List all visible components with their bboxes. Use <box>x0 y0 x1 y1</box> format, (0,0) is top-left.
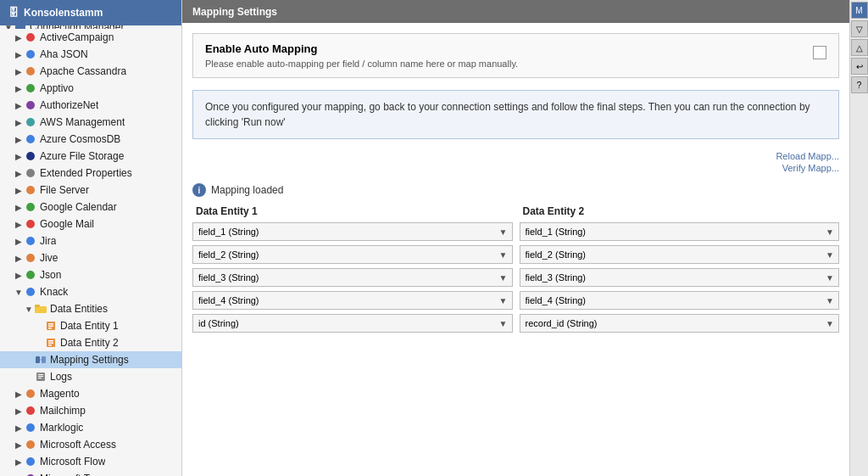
sidebar-item-apptivo[interactable]: ▶Apptivo <box>0 80 181 97</box>
tree-arrow: ▶ <box>14 457 24 467</box>
sidebar-item-mapping-settings[interactable]: Mapping Settings <box>0 351 181 368</box>
mapping-row-3-entity2-select[interactable]: field_3 (String) <box>520 268 840 287</box>
tree-arrow: ▶ <box>14 135 24 144</box>
sidebar-item-knack[interactable]: ▼Knack <box>0 283 181 300</box>
sidebar-item-aha-json[interactable]: ▶Aha JSON <box>0 46 181 63</box>
sidebar-item-data-entities[interactable]: ▼Data Entities <box>0 300 181 317</box>
mapping-row-2-entity2-select[interactable]: field_2 (String) <box>520 245 840 264</box>
sidebar: 🗄 Konsolenstamm ▼ Connection Manager ▶Ac… <box>0 0 182 476</box>
sidebar-item-extended-properties[interactable]: ▶Extended Properties <box>0 165 181 182</box>
main-content: Enable Auto Mapping Please enable auto-m… <box>182 23 849 476</box>
mapping-row-5-entity2-select[interactable]: record_id (String) <box>520 314 840 333</box>
marklogic-label: Marklogic <box>40 422 83 434</box>
apache-cassandra-icon <box>24 64 37 78</box>
jira-icon <box>24 234 37 248</box>
sidebar-item-google-mail[interactable]: ▶Google Mail <box>0 216 181 232</box>
google-calendar-icon <box>24 200 37 214</box>
auto-mapping-checkbox-container[interactable] <box>813 42 826 59</box>
apptivo-label: Apptivo <box>40 82 74 94</box>
aws-management-label: AWS Management <box>40 116 125 128</box>
svg-point-3 <box>26 50 35 59</box>
tree-arrow: ▶ <box>14 389 24 399</box>
mapping-row-4-entity1-select[interactable]: field_4 (String) <box>192 291 513 310</box>
konsolenstamm-icon: 🗄 <box>8 7 19 19</box>
sidebar-item-logs[interactable]: Logs <box>0 368 181 385</box>
right-panel: M ▽ △ ↩ ? <box>849 0 868 476</box>
entity1-header: Data Entity 1 <box>192 205 513 217</box>
svg-point-15 <box>26 254 35 262</box>
svg-point-5 <box>26 84 35 92</box>
reload-mapping-link[interactable]: Reload Mapp... <box>776 151 839 161</box>
sidebar-item-file-server[interactable]: ▶File Server <box>0 182 181 199</box>
mapping-row-1-entity2-wrapper: field_1 (String)▼ <box>520 222 840 241</box>
svg-point-6 <box>26 101 35 109</box>
sidebar-item-authorizenet[interactable]: ▶AuthorizeNet <box>0 97 181 114</box>
mapping-table-header: Data Entity 1 Data Entity 2 <box>192 205 839 217</box>
sidebar-item-jive[interactable]: ▶Jive <box>0 249 181 266</box>
sidebar-item-apache-cassandra[interactable]: ▶Apache Cassandra <box>0 63 181 80</box>
sidebar-item-jira[interactable]: ▶Jira <box>0 232 181 249</box>
mapping-row-3-entity1-select[interactable]: field_3 (String) <box>192 268 513 287</box>
sidebar-item-data-entity-1[interactable]: Data Entity 1 <box>0 317 181 334</box>
mapping-row-2-entity2-wrapper: field_2 (String)▼ <box>520 245 840 264</box>
auto-mapping-text: Enable Auto Mapping Please enable auto-m… <box>205 42 518 69</box>
right-btn-up[interactable]: △ <box>851 39 868 56</box>
svg-point-10 <box>26 169 35 177</box>
mapping-row-1-entity2-select[interactable]: field_1 (String) <box>520 222 840 241</box>
right-btn-down[interactable]: ▽ <box>851 20 868 37</box>
svg-point-35 <box>26 389 35 398</box>
mapping-row-1-entity1-select[interactable]: field_1 (String) <box>192 222 513 241</box>
tree-arrow: ▶ <box>14 440 24 450</box>
mapping-row-5-entity2-wrapper: record_id (String)▼ <box>520 314 840 333</box>
tree-arrow: ▶ <box>14 186 24 195</box>
svg-rect-22 <box>48 326 53 328</box>
sidebar-item-mailchimp[interactable]: ▶Mailchimp <box>0 402 181 419</box>
right-btn-help[interactable]: ? <box>851 76 868 93</box>
activecampaign-label: ActiveCampaign <box>40 31 114 43</box>
info-icon: i <box>192 183 206 197</box>
sidebar-item-azure-file-storage[interactable]: ▶Azure File Storage <box>0 148 181 165</box>
logs-label: Logs <box>50 371 72 383</box>
main-title: Mapping Settings <box>192 6 277 18</box>
mapping-row-2-entity1-select[interactable]: field_2 (String) <box>192 245 513 264</box>
file-server-label: File Server <box>40 184 89 196</box>
svg-point-11 <box>26 186 35 194</box>
sidebar-item-azure-cosmosdb[interactable]: ▶Azure CosmosDB <box>0 131 181 148</box>
right-btn-map[interactable]: M <box>851 2 868 19</box>
svg-rect-23 <box>48 328 52 329</box>
marklogic-icon <box>24 421 37 434</box>
sidebar-item-microsoft-access[interactable]: ▶Microsoft Access <box>0 436 181 453</box>
extended-properties-icon <box>24 166 37 180</box>
svg-rect-19 <box>35 305 40 307</box>
data-entity-1-icon <box>44 319 58 333</box>
right-btn-refresh[interactable]: ↩ <box>851 58 868 75</box>
action-links: Reload Mapp... Verify Mapp... <box>192 151 839 175</box>
svg-point-12 <box>26 203 35 211</box>
tree-arrow: ▶ <box>14 237 24 246</box>
mapping-row-4-entity2-select[interactable]: field_4 (String) <box>520 291 840 310</box>
sidebar-item-data-entity-2[interactable]: Data Entity 2 <box>0 334 181 351</box>
sidebar-item-microsoft-teams[interactable]: ▶Microsoft Teams <box>0 470 181 476</box>
svg-point-9 <box>26 152 35 160</box>
microsoft-flow-label: Microsoft Flow <box>40 456 105 468</box>
verify-mapping-link[interactable]: Verify Mapp... <box>782 163 839 173</box>
sidebar-item-marklogic[interactable]: ▶Marklogic <box>0 419 181 436</box>
sidebar-item-json[interactable]: ▶Json <box>0 266 181 283</box>
sidebar-item-microsoft-flow[interactable]: ▶Microsoft Flow <box>0 453 181 470</box>
tree-arrow: ▶ <box>14 118 24 127</box>
auto-mapping-checkbox[interactable] <box>813 46 826 59</box>
sidebar-item-activecampaign[interactable]: ▶ActiveCampaign <box>0 29 181 46</box>
sidebar-item-magento[interactable]: ▶Magento <box>0 385 181 402</box>
svg-rect-28 <box>36 356 40 363</box>
file-server-icon <box>24 183 37 197</box>
svg-rect-21 <box>48 323 53 325</box>
info-box: Once you configured your mapping, go bac… <box>192 90 839 139</box>
mapping-row-5-entity1-select[interactable]: id (String) <box>192 314 513 333</box>
tree-arrow: ▶ <box>14 101 24 110</box>
sidebar-item-aws-management[interactable]: ▶AWS Management <box>0 114 181 131</box>
sidebar-item-google-calendar[interactable]: ▶Google Calendar <box>0 199 181 216</box>
mapping-row-5: id (String)▼record_id (String)▼ <box>192 314 839 333</box>
jive-icon <box>24 251 37 265</box>
svg-rect-29 <box>42 356 46 363</box>
json-icon <box>24 268 37 282</box>
